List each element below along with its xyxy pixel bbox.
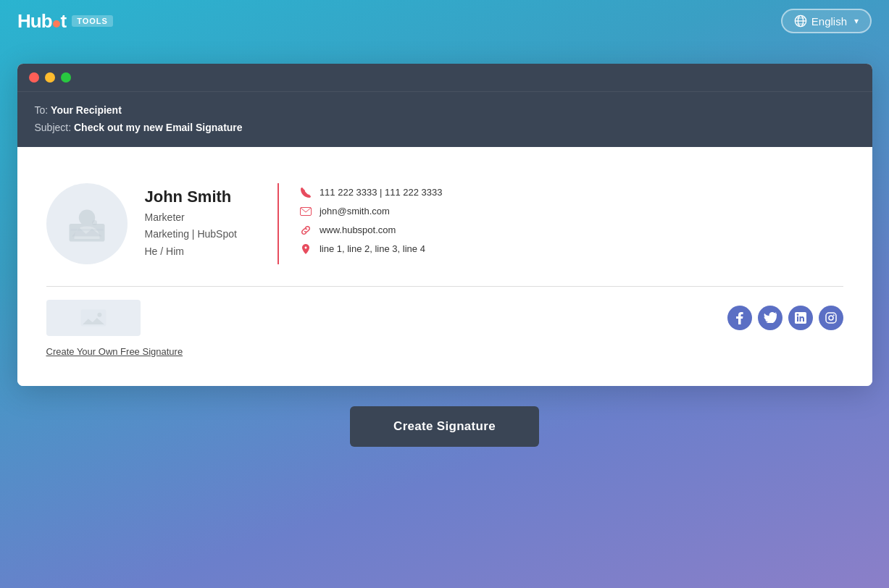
email-icon <box>299 205 312 218</box>
banner-placeholder <box>46 300 141 336</box>
contact-website-row: www.hubspot.com <box>299 224 443 237</box>
create-signature-button[interactable]: Create Signature <box>350 406 539 447</box>
email-preview-window: To: Your Recipient Subject: Check out my… <box>17 64 872 386</box>
svg-point-14 <box>832 314 834 316</box>
contact-address-row: line 1, line 2, line 3, line 4 <box>299 243 443 256</box>
signature-card: John Smith Marketer Marketing | HubSpot … <box>46 183 843 264</box>
signature-divider <box>277 183 279 264</box>
twitter-icon[interactable] <box>758 306 782 330</box>
sig-company: Marketing | HubSpot <box>145 226 237 243</box>
window-chrome <box>17 64 872 91</box>
signature-hr <box>46 286 843 287</box>
svg-point-11 <box>97 312 101 316</box>
logo: Hubt TOOLS <box>17 10 113 33</box>
window-minimize-dot <box>45 72 55 83</box>
social-icons <box>727 306 843 330</box>
phone-icon <box>299 186 312 199</box>
email-subject: Subject: Check out my new Email Signatur… <box>35 119 855 137</box>
email-to: To: Your Recipient <box>35 102 855 119</box>
sig-title: Marketer <box>145 209 237 227</box>
cta-area: Create Signature <box>350 386 539 461</box>
email-to-value: Your Recipient <box>51 104 122 116</box>
avatar <box>46 183 128 264</box>
signature-info: John Smith Marketer Marketing | HubSpot … <box>145 183 237 261</box>
email-header: To: Your Recipient Subject: Check out my… <box>17 91 872 147</box>
main-content: To: Your Recipient Subject: Check out my… <box>0 42 889 588</box>
email-body: John Smith Marketer Marketing | HubSpot … <box>17 147 872 386</box>
signature-contact: 111 222 3333 | 111 222 3333 john@smith.c… <box>299 183 443 256</box>
svg-rect-12 <box>826 313 836 323</box>
navbar: Hubt TOOLS English ▾ <box>0 0 889 42</box>
contact-phone: 111 222 3333 | 111 222 3333 <box>320 187 443 198</box>
instagram-icon[interactable] <box>819 306 843 330</box>
contact-address: line 1, line 2, line 3, line 4 <box>320 243 425 254</box>
signature-footer <box>46 300 843 336</box>
language-selector[interactable]: English ▾ <box>781 9 872 33</box>
contact-website: www.hubspot.com <box>320 224 396 235</box>
svg-rect-7 <box>70 229 103 231</box>
create-own-signature-link[interactable]: Create Your Own Free Signature <box>46 346 843 357</box>
chevron-down-icon: ▾ <box>854 16 859 26</box>
svg-point-13 <box>829 316 833 320</box>
contact-email-row: john@smith.com <box>299 205 443 218</box>
signature-left: John Smith Marketer Marketing | HubSpot … <box>46 183 257 264</box>
logo-dot <box>53 20 60 28</box>
svg-point-8 <box>92 220 97 225</box>
globe-icon <box>794 14 807 28</box>
email-subject-value: Check out my new Email Signature <box>74 122 243 133</box>
facebook-icon[interactable] <box>727 306 752 330</box>
contact-phone-row: 111 222 3333 | 111 222 3333 <box>299 186 443 199</box>
contact-email: john@smith.com <box>320 206 390 217</box>
email-subject-label: Subject: <box>35 122 72 133</box>
tools-badge: TOOLS <box>72 15 113 27</box>
linkedin-icon[interactable] <box>788 306 813 330</box>
window-maximize-dot <box>61 72 71 83</box>
location-icon <box>299 243 312 256</box>
email-to-label: To: <box>35 104 49 116</box>
banner-placeholder-icon <box>80 305 107 331</box>
sig-name: John Smith <box>145 188 237 206</box>
lang-label: English <box>811 15 847 28</box>
avatar-placeholder-icon <box>67 203 107 244</box>
logo-text: Hubt <box>17 10 66 33</box>
link-icon <box>299 224 312 237</box>
sig-pronouns: He / Him <box>145 243 237 261</box>
window-close-dot <box>29 72 39 83</box>
